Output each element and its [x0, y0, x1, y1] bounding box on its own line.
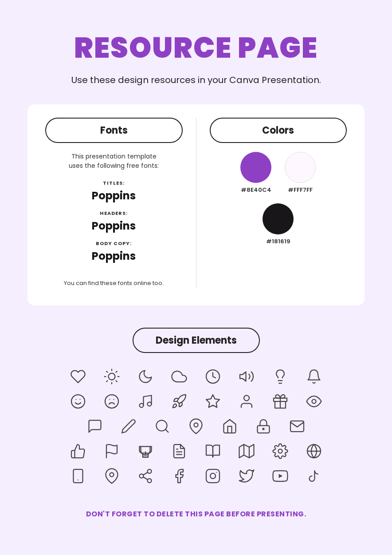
eye-icon [304, 391, 324, 412]
star-icon [203, 391, 223, 412]
icons-row-3 [27, 416, 365, 436]
fonts-header: Fonts [45, 118, 183, 143]
svg-point-28 [194, 423, 198, 427]
cloud-icon [169, 366, 189, 387]
svg-point-13 [71, 395, 85, 408]
gift-icon [270, 391, 290, 412]
swatch-dark-circle [263, 203, 294, 234]
megaphone-icon [236, 366, 257, 387]
svg-marker-10 [240, 372, 246, 381]
heart-icon [68, 366, 88, 387]
smile-icon [68, 391, 88, 412]
moon-icon [135, 366, 156, 387]
svg-point-43 [110, 473, 114, 477]
divider [196, 118, 196, 288]
font-label-titles: TITLES: [45, 179, 183, 187]
font-item-titles: TITLES: Poppins [45, 179, 183, 203]
color-swatches-row2: #181619 [263, 203, 294, 246]
swatch-light-label: #FFF7FF [288, 186, 313, 194]
home-icon [220, 416, 240, 436]
sad-icon [102, 391, 122, 412]
chat-icon [85, 416, 105, 436]
svg-marker-51 [279, 474, 283, 478]
swatch-dark-label: #181619 [266, 237, 290, 246]
svg-point-45 [140, 474, 144, 478]
svg-line-27 [165, 429, 169, 432]
icons-row-4 [27, 441, 365, 461]
svg-point-16 [105, 395, 118, 408]
svg-point-19 [140, 404, 144, 408]
lightbulb-icon [270, 366, 290, 387]
svg-line-47 [143, 477, 148, 480]
svg-line-3 [106, 371, 107, 372]
svg-point-46 [148, 479, 152, 483]
globe-icon [304, 441, 324, 461]
design-elements-header: Design Elements [133, 328, 260, 353]
page-subtitle: Use these design resources in your Canva… [71, 73, 321, 87]
svg-line-48 [143, 472, 148, 475]
bell-icon [304, 366, 324, 387]
trophy-icon [135, 441, 156, 461]
swatch-light: #FFF7FF [285, 152, 316, 194]
font-label-headers: HEADERS: [45, 210, 183, 217]
pin-icon [186, 416, 206, 436]
sun-icon [102, 366, 122, 387]
facebook-icon [169, 466, 189, 486]
font-name-titles: Poppins [92, 188, 136, 203]
icons-grid [27, 366, 365, 486]
svg-point-30 [263, 428, 264, 430]
color-swatches-row1: #8E40C4 #FFF7FF [240, 152, 316, 194]
rocket-icon [169, 391, 189, 412]
svg-point-20 [148, 402, 152, 406]
fonts-description: This presentation template uses the foll… [69, 152, 159, 170]
svg-rect-41 [74, 469, 83, 483]
font-item-bodycopy: BODY COPY: Poppins [45, 240, 183, 264]
swatch-light-circle [285, 152, 316, 183]
footer-warning: DON'T FORGET TO DELETE THIS PAGE BEFORE … [86, 508, 306, 519]
icons-row-2 [27, 391, 365, 412]
svg-line-7 [106, 381, 107, 382]
flag-icon [102, 441, 122, 461]
page-title: RESOURCE PAGE [74, 27, 318, 69]
font-label-bodycopy: BODY COPY: [45, 240, 183, 247]
map-icon [236, 441, 257, 461]
svg-marker-35 [239, 444, 254, 458]
icons-row-5 [27, 466, 365, 486]
main-card: Fonts This presentation template uses th… [27, 104, 365, 305]
music-icon [135, 391, 156, 412]
font-name-headers: Poppins [92, 218, 136, 233]
phone-icon [68, 466, 88, 486]
swatch-purple: #8E40C4 [240, 152, 271, 194]
svg-point-38 [278, 449, 282, 453]
person-icon [236, 391, 257, 412]
swatch-purple-label: #8E40C4 [241, 186, 271, 194]
clock-icon [203, 366, 223, 387]
design-elements-section: Design Elements [27, 328, 365, 486]
tiktok-icon [304, 466, 324, 486]
icons-row-1 [27, 366, 365, 387]
location-icon [102, 466, 122, 486]
fonts-footer: You can find these fonts online too. [64, 279, 164, 288]
book-icon [203, 441, 223, 461]
svg-rect-49 [206, 469, 220, 483]
swatch-dark: #181619 [263, 203, 294, 246]
svg-marker-21 [206, 395, 220, 408]
share-icon [135, 466, 156, 486]
fonts-section: Fonts This presentation template uses th… [45, 118, 183, 288]
settings-icon [270, 441, 290, 461]
svg-line-4 [116, 381, 117, 382]
font-name-bodycopy: Poppins [92, 249, 136, 263]
envelope-icon [287, 416, 307, 436]
svg-point-25 [312, 400, 316, 404]
twitter-icon [236, 466, 257, 486]
youtube-icon [270, 466, 290, 486]
pencil-icon [118, 416, 139, 436]
svg-point-22 [244, 396, 249, 401]
search-icon [152, 416, 172, 436]
svg-line-8 [116, 371, 117, 372]
document-icon [169, 441, 189, 461]
colors-header: Colors [210, 118, 347, 143]
colors-section: Colors #8E40C4 #FFF7FF #181619 [210, 118, 347, 288]
font-item-headers: HEADERS: Poppins [45, 210, 183, 234]
svg-point-0 [109, 373, 115, 380]
